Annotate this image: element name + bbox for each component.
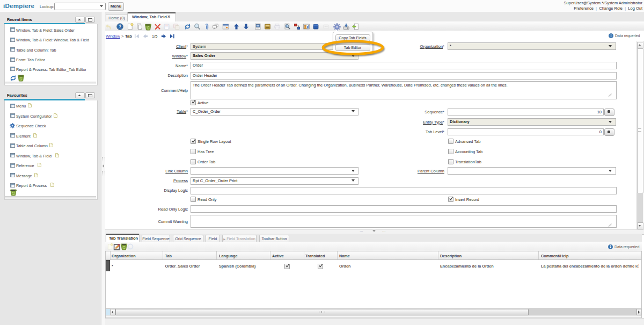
svg-text:?: ? [119, 24, 121, 29]
